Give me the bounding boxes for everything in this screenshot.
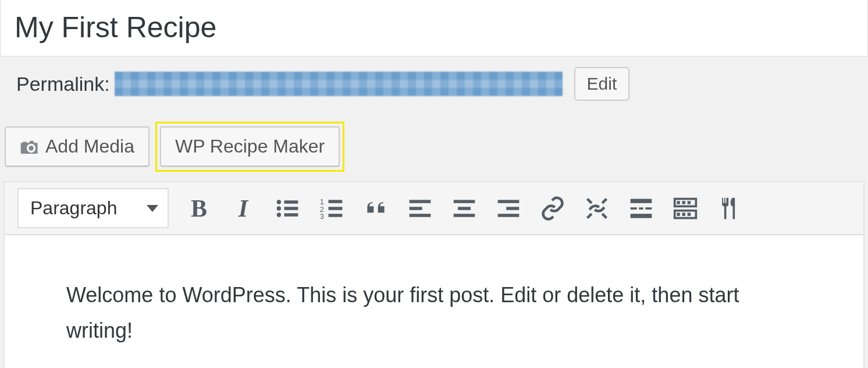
post-title-input[interactable] bbox=[0, 0, 868, 56]
align-left-button[interactable] bbox=[406, 194, 434, 222]
svg-rect-31 bbox=[677, 201, 680, 204]
edit-permalink-button[interactable]: Edit bbox=[574, 67, 630, 101]
link-icon bbox=[540, 196, 565, 221]
add-media-button[interactable]: Add Media bbox=[5, 126, 150, 167]
svg-rect-28 bbox=[645, 207, 652, 210]
svg-point-4 bbox=[277, 213, 281, 217]
svg-rect-35 bbox=[677, 213, 680, 216]
svg-rect-5 bbox=[284, 213, 298, 217]
svg-line-21 bbox=[588, 199, 592, 203]
svg-rect-19 bbox=[506, 207, 519, 210]
editor: Paragraph B I 123 bbox=[3, 181, 865, 368]
kitchen-sink-icon bbox=[673, 196, 698, 221]
permalink-label: Permalink: bbox=[16, 73, 110, 95]
svg-text:3: 3 bbox=[320, 212, 324, 221]
quote-icon bbox=[363, 196, 389, 221]
svg-rect-20 bbox=[498, 214, 520, 217]
list-ul-icon bbox=[275, 196, 300, 221]
chevron-down-icon bbox=[147, 205, 158, 212]
svg-line-23 bbox=[602, 199, 606, 203]
editor-toolbar: Paragraph B I 123 bbox=[5, 182, 863, 235]
unordered-list-button[interactable] bbox=[273, 194, 301, 222]
media-buttons-row: Add Media WP Recipe Maker bbox=[0, 101, 868, 167]
align-center-button[interactable] bbox=[450, 194, 478, 222]
svg-rect-32 bbox=[682, 201, 686, 204]
permalink-url[interactable] bbox=[115, 72, 563, 96]
svg-rect-12 bbox=[410, 200, 431, 203]
format-select-value: Paragraph bbox=[30, 197, 117, 219]
svg-rect-33 bbox=[688, 201, 691, 204]
list-ol-icon: 123 bbox=[319, 196, 344, 221]
remove-link-button[interactable] bbox=[583, 194, 611, 222]
svg-rect-15 bbox=[454, 200, 475, 203]
svg-point-2 bbox=[277, 206, 281, 210]
align-right-icon bbox=[496, 196, 521, 221]
svg-rect-29 bbox=[631, 214, 652, 218]
permalink-row: Permalink: Edit bbox=[0, 56, 868, 101]
cutlery-icon bbox=[717, 196, 742, 221]
svg-rect-17 bbox=[454, 214, 475, 217]
svg-rect-7 bbox=[329, 200, 343, 203]
editor-content[interactable]: Welcome to WordPress. This is your first… bbox=[5, 235, 863, 368]
svg-rect-36 bbox=[682, 213, 686, 216]
svg-rect-11 bbox=[329, 214, 343, 217]
blockquote-button[interactable] bbox=[362, 194, 390, 222]
align-center-icon bbox=[451, 196, 477, 221]
italic-button[interactable]: I bbox=[229, 194, 257, 222]
svg-rect-3 bbox=[284, 207, 298, 210]
align-right-button[interactable] bbox=[495, 194, 522, 222]
svg-rect-1 bbox=[284, 200, 298, 204]
svg-rect-18 bbox=[498, 200, 520, 203]
svg-rect-13 bbox=[410, 207, 422, 210]
bold-button[interactable]: B bbox=[185, 194, 213, 222]
svg-line-24 bbox=[588, 214, 592, 218]
wp-recipe-maker-button[interactable]: WP Recipe Maker bbox=[160, 126, 340, 167]
insert-link-button[interactable] bbox=[539, 194, 567, 222]
camera-icon bbox=[20, 137, 40, 157]
insert-more-button[interactable] bbox=[627, 194, 655, 222]
toolbar-toggle-button[interactable] bbox=[671, 194, 699, 222]
svg-rect-16 bbox=[458, 207, 471, 210]
svg-rect-26 bbox=[631, 207, 637, 210]
ordered-list-button[interactable]: 123 bbox=[318, 194, 346, 222]
svg-rect-9 bbox=[329, 207, 343, 210]
svg-rect-37 bbox=[688, 213, 691, 216]
recipe-maker-highlight: WP Recipe Maker bbox=[160, 126, 340, 167]
read-more-icon bbox=[628, 196, 654, 221]
svg-rect-14 bbox=[410, 214, 431, 217]
svg-rect-25 bbox=[631, 199, 652, 203]
svg-rect-27 bbox=[639, 207, 643, 210]
unlink-icon bbox=[584, 196, 610, 221]
svg-line-22 bbox=[602, 214, 606, 218]
recipe-toolbar-button[interactable] bbox=[716, 194, 744, 222]
align-left-icon bbox=[407, 196, 433, 221]
add-media-label: Add Media bbox=[45, 136, 134, 157]
svg-point-0 bbox=[277, 200, 281, 204]
format-select[interactable]: Paragraph bbox=[17, 188, 169, 228]
